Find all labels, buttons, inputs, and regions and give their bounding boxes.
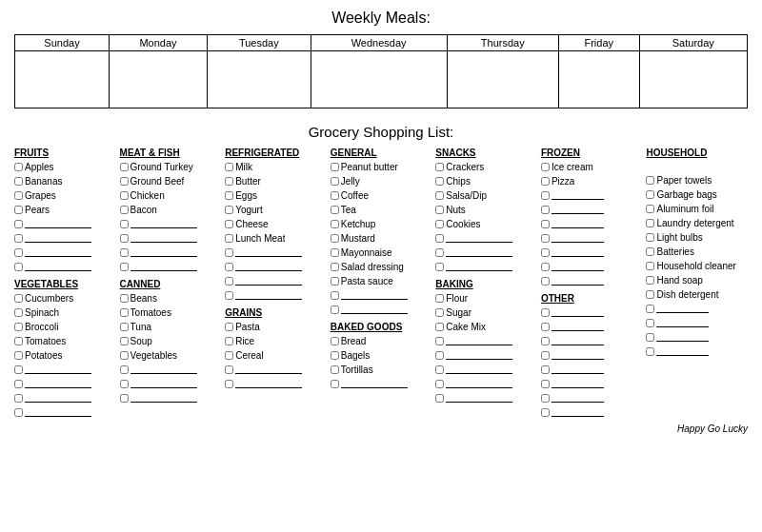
checkbox-sugar[interactable] [435, 308, 444, 317]
checkbox-salad-dressing[interactable] [331, 263, 339, 271]
list-item[interactable]: Tortillas [331, 363, 432, 376]
list-item[interactable]: Lunch Meat [225, 231, 327, 245]
blank-row[interactable] [331, 303, 432, 316]
checkbox-bacon[interactable] [120, 206, 129, 214]
blank-row[interactable] [435, 348, 537, 362]
list-item[interactable]: Chips [435, 174, 537, 187]
list-item[interactable]: Broccoli [14, 320, 116, 333]
blank-row[interactable] [225, 363, 327, 376]
checkbox-eggs[interactable] [225, 191, 233, 200]
list-item[interactable]: Eggs [225, 188, 327, 202]
list-item[interactable]: Yogurt [225, 203, 327, 216]
checkbox-nuts[interactable] [435, 206, 444, 214]
blank-row[interactable] [14, 377, 116, 390]
checkbox-tea[interactable] [331, 206, 339, 214]
checkbox-yogurt[interactable] [225, 206, 233, 214]
checkbox-peanut-butter[interactable] [331, 163, 339, 171]
checkbox-dish-detergent[interactable] [646, 290, 654, 299]
checkbox-pasta-sauce[interactable] [331, 277, 339, 286]
list-item[interactable]: Pizza [541, 174, 643, 187]
list-item[interactable]: Garbage bags [646, 187, 748, 201]
blank-row[interactable] [541, 246, 643, 259]
blank-row[interactable] [435, 231, 537, 245]
checkbox-bananas[interactable] [14, 177, 23, 186]
checkbox-cucumbers[interactable] [14, 294, 23, 303]
checkbox-crackers[interactable] [435, 163, 444, 171]
list-item[interactable]: Ice cream [541, 160, 643, 173]
list-item[interactable]: Apples [14, 160, 116, 173]
list-item[interactable]: Bread [331, 334, 432, 347]
blank-row[interactable] [435, 363, 537, 376]
list-item[interactable]: Household cleaner [646, 259, 748, 272]
blank-row[interactable] [646, 330, 748, 344]
list-item[interactable]: Bananas [14, 174, 116, 187]
list-item[interactable]: Cookies [435, 217, 537, 230]
blank-row[interactable] [120, 217, 222, 230]
checkbox-vegetables-canned[interactable] [120, 351, 129, 360]
checkbox-pizza[interactable] [541, 177, 550, 186]
blank-row[interactable] [435, 260, 537, 273]
blank-row[interactable] [225, 260, 327, 273]
list-item[interactable]: Paper towels [646, 173, 748, 187]
list-item[interactable]: Crackers [435, 160, 537, 173]
list-item[interactable]: Sugar [435, 305, 537, 319]
list-item[interactable]: Flour [435, 291, 537, 305]
list-item[interactable]: Bacon [120, 203, 222, 216]
checkbox-pears[interactable] [14, 206, 23, 214]
blank-row[interactable] [225, 288, 327, 302]
list-item[interactable]: Potatoes [14, 348, 116, 362]
list-item[interactable]: Ketchup [331, 217, 432, 230]
blank-row[interactable] [435, 391, 537, 404]
blank-row[interactable] [541, 405, 643, 419]
list-item[interactable]: Bagels [331, 348, 432, 362]
checkbox-light-bulbs[interactable] [646, 233, 654, 242]
meal-thursday[interactable] [447, 51, 558, 108]
checkbox-chips[interactable] [435, 177, 444, 186]
list-item[interactable]: Ground Turkey [120, 160, 222, 173]
list-item[interactable]: Cake Mix [435, 320, 537, 333]
checkbox-apples[interactable] [14, 163, 23, 171]
checkbox-ketchup[interactable] [331, 220, 339, 228]
blank-row[interactable] [541, 305, 643, 319]
checkbox-tortillas[interactable] [331, 365, 339, 374]
checkbox-paper-towels[interactable] [646, 176, 654, 185]
blank-row[interactable] [541, 391, 643, 404]
blank-row[interactable] [14, 391, 116, 404]
blank-row[interactable] [646, 316, 748, 329]
list-item[interactable]: Salad dressing [331, 260, 432, 273]
blank-row[interactable] [120, 260, 222, 273]
meal-tuesday[interactable] [207, 51, 311, 108]
checkbox-aluminum-foil[interactable] [646, 205, 654, 213]
list-item[interactable]: Peanut butter [331, 160, 432, 173]
blank-row[interactable] [646, 345, 748, 358]
checkbox-soup[interactable] [120, 337, 129, 345]
checkbox-rice[interactable] [225, 337, 233, 345]
blank-row[interactable] [225, 246, 327, 259]
blank-row[interactable] [541, 260, 643, 273]
list-item[interactable]: Jelly [331, 174, 432, 187]
checkbox-cake-mix[interactable] [435, 323, 444, 331]
checkbox-chicken[interactable] [120, 191, 129, 200]
checkbox-lunch-meat[interactable] [225, 234, 233, 243]
checkbox-salsa-dip[interactable] [435, 191, 444, 200]
list-item[interactable]: Milk [225, 160, 327, 173]
checkbox-household-cleaner[interactable] [646, 262, 654, 270]
list-item[interactable]: Spinach [14, 305, 116, 319]
meal-wednesday[interactable] [311, 51, 447, 108]
blank-row[interactable] [14, 405, 116, 419]
list-item[interactable]: Coffee [331, 188, 432, 202]
checkbox-broccoli[interactable] [14, 323, 23, 331]
blank-row[interactable] [120, 231, 222, 245]
list-item[interactable]: Soup [120, 334, 222, 347]
list-item[interactable]: Tea [331, 203, 432, 216]
checkbox-spinach[interactable] [14, 308, 23, 317]
list-item[interactable]: Dish detergent [646, 287, 748, 301]
checkbox-coffee[interactable] [331, 191, 339, 200]
list-item[interactable]: Batteries [646, 245, 748, 258]
meal-saturday[interactable] [639, 51, 747, 108]
blank-row[interactable] [14, 217, 116, 230]
blank-row[interactable] [541, 188, 643, 202]
blank-row[interactable] [541, 377, 643, 390]
list-item[interactable]: Nuts [435, 203, 537, 216]
checkbox-hand-soap[interactable] [646, 276, 654, 285]
